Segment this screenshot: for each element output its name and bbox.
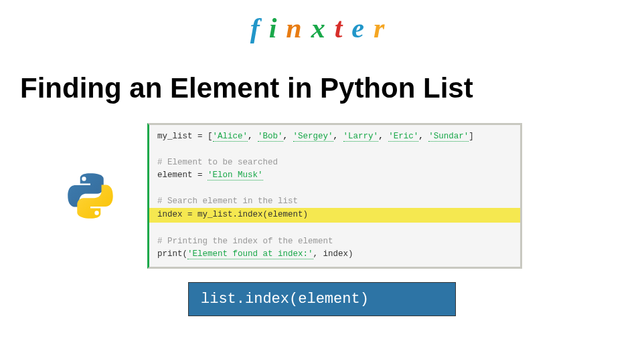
code-line-1: my_list = ['Alice', 'Bob', 'Sergey', 'La… [149, 130, 520, 143]
logo-letter-n: n [286, 12, 311, 44]
code-comment-3: # Printing the index of the element [149, 235, 520, 248]
method-signature-box: list.index(element) [188, 282, 456, 316]
logo-letter-r: r [374, 12, 394, 44]
finxter-logo: finxter [0, 0, 644, 44]
code-comment-1: # Element to be searched [149, 156, 520, 169]
logo-letter-e: e [351, 12, 374, 44]
code-line-4: print('Element found at index:', index) [149, 248, 520, 261]
code-line-highlighted: index = my_list.index(element) [149, 208, 520, 222]
python-icon [67, 172, 114, 219]
code-line-2: element = 'Elon Musk' [149, 169, 520, 182]
logo-letter-i: i [269, 12, 287, 44]
code-block: my_list = ['Alice', 'Bob', 'Sergey', 'La… [147, 123, 522, 269]
code-comment-2: # Search element in the list [149, 195, 520, 208]
page-title: Finding an Element in Python List [0, 44, 644, 104]
logo-letter-f: f [250, 12, 269, 44]
logo-letter-t: t [335, 12, 352, 44]
content-row: my_list = ['Alice', 'Bob', 'Sergey', 'La… [0, 104, 644, 269]
logo-letter-x: x [311, 12, 335, 44]
